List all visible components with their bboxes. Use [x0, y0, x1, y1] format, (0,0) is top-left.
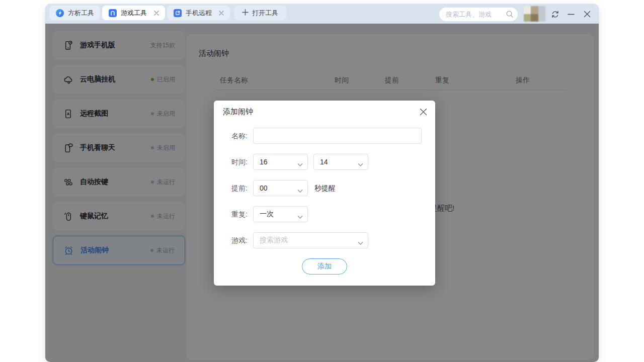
new-tab-label: 打开工具	[252, 9, 278, 18]
time-label: 时间:	[214, 154, 248, 170]
advance-select[interactable]: 00	[253, 180, 308, 196]
chevron-down-icon	[358, 239, 363, 247]
tab-close-icon[interactable]	[219, 11, 224, 16]
repeat-select-value: 一次	[260, 210, 274, 219]
tab-phone-remote[interactable]: 手机远程	[167, 6, 230, 20]
user-avatar[interactable]	[524, 6, 545, 22]
avatar-pixel	[538, 6, 545, 14]
add-button[interactable]: 添加	[302, 258, 347, 275]
hour-select-value: 16	[260, 158, 268, 166]
avatar-pixel	[531, 14, 538, 22]
form-row-game: 游戏: 搜索游戏	[214, 232, 435, 248]
tab-close-icon[interactable]	[154, 11, 159, 16]
tab-analysis-tools[interactable]: 方析工具	[49, 6, 100, 20]
analysis-tool-icon	[56, 9, 64, 17]
close-window-button[interactable]	[581, 8, 594, 21]
form-row-time: 时间: 16 14	[214, 154, 435, 170]
game-label: 游戏:	[214, 232, 248, 248]
tab-game-tools[interactable]: 游戏工具	[102, 6, 165, 20]
repeat-label: 重复:	[214, 206, 248, 222]
advance-suffix-text: 秒提醒	[314, 180, 336, 196]
tab-bar: 方析工具 游戏工具	[45, 4, 599, 24]
plus-icon	[242, 9, 249, 17]
phone-remote-icon	[174, 9, 182, 17]
advance-select-value: 00	[260, 184, 268, 192]
repeat-select[interactable]: 一次	[253, 206, 308, 222]
alarm-name-input[interactable]	[253, 128, 422, 144]
refresh-button[interactable]	[548, 8, 561, 21]
app-window: 方析工具 游戏工具	[45, 4, 599, 362]
avatar-pixel	[531, 6, 538, 14]
add-alarm-dialog: 添加闹钟 名称: 时间: 16 14	[214, 101, 435, 286]
form-row-advance: 提前: 00 秒提醒	[214, 180, 435, 196]
tab-label: 手机远程	[186, 9, 212, 18]
search-box	[439, 8, 518, 21]
dialog-close-icon[interactable]	[418, 106, 429, 117]
name-label: 名称:	[214, 128, 248, 144]
game-select-placeholder: 搜索游戏	[260, 236, 288, 245]
advance-label: 提前:	[214, 180, 248, 196]
form-row-repeat: 重复: 一次	[214, 206, 435, 222]
dialog-title: 添加闹钟	[223, 107, 253, 117]
avatar-pixel	[524, 14, 531, 22]
chevron-down-icon	[358, 160, 363, 168]
game-select[interactable]: 搜索游戏	[253, 232, 368, 248]
chevron-down-icon	[297, 213, 303, 221]
tabbar-right-group	[439, 6, 594, 22]
form-row-name: 名称:	[214, 128, 435, 144]
chevron-down-icon	[297, 160, 303, 168]
game-tool-icon	[109, 9, 117, 17]
hour-select[interactable]: 16	[253, 154, 308, 170]
search-icon[interactable]	[506, 10, 514, 20]
minute-select-value: 14	[320, 158, 328, 166]
minimize-button[interactable]	[565, 8, 578, 21]
tab-label: 游戏工具	[121, 9, 147, 18]
new-tab-button[interactable]: 打开工具	[234, 6, 286, 20]
chevron-down-icon	[297, 187, 303, 195]
avatar-pixel	[524, 6, 531, 14]
minute-select[interactable]: 14	[313, 154, 368, 170]
tab-label: 方析工具	[68, 9, 94, 18]
avatar-pixel	[538, 14, 545, 22]
